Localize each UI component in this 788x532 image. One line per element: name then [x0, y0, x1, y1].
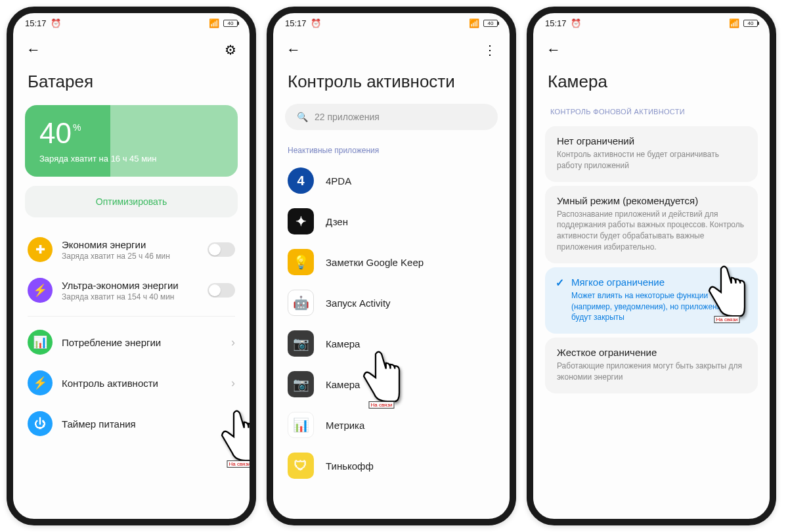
- percent-sign: %: [73, 122, 81, 133]
- app-name: Тинькофф: [326, 460, 374, 472]
- row-title: Контроль активности: [62, 378, 222, 389]
- app-icon: 📷: [288, 330, 314, 357]
- app-name: Метрика: [326, 420, 364, 431]
- page-title: Батарея: [13, 65, 250, 101]
- row-activity-control[interactable]: ⚡ Контроль активности ›: [13, 363, 250, 403]
- app-row-keep[interactable]: 💡 Заметки Google Keep: [273, 242, 510, 282]
- app-name: 4PDA: [326, 175, 351, 187]
- row-sub: Заряда хватит на 154 ч 40 мин: [62, 292, 198, 301]
- option-title: Нет ограничений: [557, 135, 746, 146]
- back-button[interactable]: ←: [542, 37, 565, 62]
- toggle-economy[interactable]: [208, 242, 235, 257]
- signal-icon: 📶: [729, 18, 739, 28]
- option-title: Мягкое ограничение: [571, 277, 746, 288]
- option-desc: Может влиять на некоторые функции (напри…: [571, 290, 746, 323]
- page-title: Контроль активности: [273, 65, 510, 101]
- app-name: Заметки Google Keep: [326, 257, 424, 268]
- row-sub: Заряда хватит на 25 ч 46 мин: [62, 252, 198, 261]
- app-row-tinkoff[interactable]: 🛡 Тинькофф: [273, 445, 510, 486]
- back-button[interactable]: ←: [22, 37, 45, 62]
- option-smart-mode[interactable]: Умный режим (рекомендуется) Распознавани…: [545, 186, 758, 263]
- option-soft-restriction[interactable]: Мягкое ограничение Может влиять на некот…: [545, 267, 758, 334]
- option-desc: Распознавание приложений и действий для …: [557, 209, 746, 253]
- battery-icon: 40: [223, 20, 238, 27]
- cursor-label: На связи: [227, 460, 252, 468]
- status-bar: 15:17 ⏰ 📶 40: [533, 13, 770, 31]
- status-time: 15:17: [545, 18, 567, 28]
- option-desc: Контроль активности не будет ограничиват…: [557, 149, 746, 171]
- bolt-icon: ⚡: [28, 370, 53, 395]
- app-icon: 📊: [288, 412, 314, 438]
- phone-activity: 15:17 ⏰ 📶 40 ← ⋮ Контроль активности 🔍 2…: [267, 7, 516, 525]
- chevron-right-icon: ›: [231, 336, 235, 349]
- app-row-camera-1[interactable]: 📷 Камера: [273, 323, 510, 364]
- row-title: Потребление энергии: [62, 337, 222, 348]
- search-icon: 🔍: [297, 112, 308, 122]
- app-icon: 🛡: [288, 453, 314, 479]
- row-ultra-economy[interactable]: ⚡ Ультра-экономия энергии Заряда хватит …: [13, 270, 250, 311]
- app-name: Запуск Activity: [326, 298, 391, 309]
- signal-icon: 📶: [469, 18, 479, 28]
- app-icon: 💡: [288, 249, 314, 275]
- header: ← ⚙: [13, 31, 250, 65]
- toggle-ultra[interactable]: [208, 283, 235, 298]
- plus-box-icon: ✚: [28, 237, 53, 262]
- app-name: Камера: [326, 379, 360, 390]
- row-title: Таймер питания: [62, 418, 235, 430]
- header: ← ⋮: [273, 31, 510, 65]
- option-no-restrictions[interactable]: Нет ограничений Контроль активности не б…: [545, 126, 758, 182]
- signal-icon: 📶: [209, 18, 219, 28]
- row-power-timer[interactable]: ⏻ Таймер питания: [13, 403, 250, 444]
- app-row-camera-2[interactable]: 📷 Камера: [273, 364, 510, 405]
- app-name: Камера: [326, 338, 360, 349]
- status-time: 15:17: [25, 18, 47, 28]
- more-menu-icon[interactable]: ⋮: [479, 38, 500, 62]
- header: ←: [533, 31, 770, 65]
- optimize-button[interactable]: Оптимизировать: [25, 186, 238, 217]
- row-title: Ультра-экономия энергии: [62, 280, 198, 291]
- battery-icon: 40: [483, 20, 498, 27]
- status-bar: 15:17 ⏰ 📶 40: [273, 13, 510, 31]
- battery-card: 40 % Заряда хватит на 16 ч 45 мин: [25, 105, 238, 177]
- option-hard-restriction[interactable]: Жесткое ограничение Работающие приложени…: [545, 338, 758, 393]
- status-time: 15:17: [285, 18, 307, 28]
- section-header: КОНТРОЛЬ ФОНОВОЙ АКТИВНОСТИ: [533, 101, 770, 122]
- alarm-icon: ⏰: [311, 18, 321, 28]
- row-consumption[interactable]: 📊 Потребление энергии ›: [13, 322, 250, 363]
- divider: [28, 316, 235, 317]
- bolt-icon: ⚡: [28, 278, 53, 303]
- app-icon: 🤖: [288, 290, 314, 316]
- phone-battery: 15:17 ⏰ 📶 40 ← ⚙ Батарея 40 % Заряда хва…: [7, 7, 256, 525]
- phone-camera-restrict: 15:17 ⏰ 📶 40 ← Камера КОНТРОЛЬ ФОНОВОЙ А…: [527, 7, 776, 525]
- chevron-right-icon: ›: [231, 376, 235, 390]
- battery-icon: 40: [743, 20, 758, 27]
- app-row-metrica[interactable]: 📊 Метрика: [273, 405, 510, 445]
- row-title: Экономия энергии: [62, 239, 198, 250]
- app-row-dzen[interactable]: ✦ Дзен: [273, 201, 510, 242]
- search-placeholder: 22 приложения: [315, 112, 380, 122]
- status-bar: 15:17 ⏰ 📶 40: [13, 13, 250, 31]
- option-desc: Работающие приложения могут быть закрыты…: [557, 361, 746, 383]
- row-economy[interactable]: ✚ Экономия энергии Заряда хватит на 25 ч…: [13, 229, 250, 270]
- app-row-activity-launcher[interactable]: 🤖 Запуск Activity: [273, 282, 510, 323]
- settings-gear-icon[interactable]: ⚙: [221, 38, 240, 62]
- section-inactive: Неактивные приложения: [273, 137, 510, 160]
- app-icon: 4: [288, 167, 314, 194]
- app-name: Дзен: [326, 216, 348, 227]
- option-title: Умный режим (рекомендуется): [557, 195, 746, 206]
- alarm-icon: ⏰: [51, 18, 61, 28]
- app-icon: 📷: [288, 371, 314, 397]
- bars-icon: 📊: [28, 330, 53, 355]
- battery-percent-value: 40: [39, 117, 72, 150]
- page-title: Камера: [533, 65, 770, 101]
- battery-remaining: Заряда хватит на 16 ч 45 мин: [39, 154, 223, 164]
- search-input[interactable]: 🔍 22 приложения: [285, 104, 498, 130]
- app-icon: ✦: [288, 208, 314, 234]
- alarm-icon: ⏰: [571, 18, 581, 28]
- back-button[interactable]: ←: [282, 37, 305, 62]
- option-title: Жесткое ограничение: [557, 347, 746, 358]
- power-icon: ⏻: [28, 411, 53, 436]
- app-row-4pda[interactable]: 4 4PDA: [273, 160, 510, 201]
